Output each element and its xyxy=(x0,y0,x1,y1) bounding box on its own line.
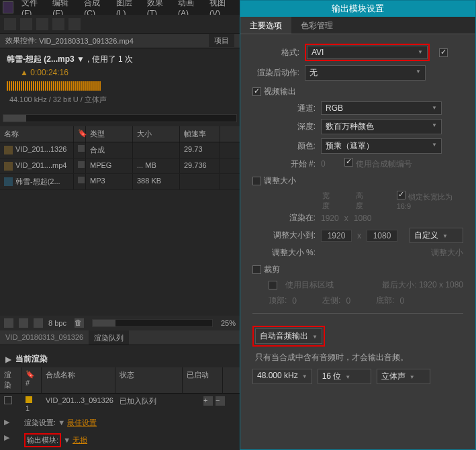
output-module-label: 输出模块: xyxy=(27,436,58,444)
video-output-checkbox[interactable] xyxy=(252,87,261,96)
file-row[interactable]: 韩雪-想起(2... MP3 388 KB xyxy=(0,174,240,190)
use-comp-num-checkbox xyxy=(344,158,353,167)
audio-bit-select[interactable]: 16 位 xyxy=(318,369,371,384)
resize-height-input: 1080 xyxy=(367,230,397,242)
startnum-value: 0 xyxy=(321,159,326,169)
camera-tool-icon[interactable] xyxy=(68,18,81,30)
main-menu: 文件(F) 编辑(E) 合成(C) 图层(L) 效果(T) 动画(A) 视图(V… xyxy=(0,0,240,15)
resize-label: 调整大小 xyxy=(264,175,296,187)
effect-controls-header: 效果控件: VID_20180313_091326.mp4 项目 xyxy=(0,34,240,48)
horizontal-scrollbar[interactable] xyxy=(3,114,237,122)
final-size-label: 最后大小: 1920 x 1080 xyxy=(382,279,463,291)
render-queue-item[interactable]: 1 VID_201...3_091326 已加入队列 +− xyxy=(0,394,240,415)
tab-color-management[interactable]: 色彩管理 xyxy=(291,17,342,34)
render-settings-row: ▶ 渲染设置: ▼ 最佳设置 xyxy=(0,415,240,431)
output-module-link[interactable]: 无损 xyxy=(73,436,87,444)
color-label: 颜色: xyxy=(269,140,316,152)
output-tabs: 主要选项 色彩管理 xyxy=(240,17,475,34)
current-render-label: ▶当前渲染 xyxy=(0,351,240,367)
depth-label: 深度: xyxy=(269,121,316,132)
col-name[interactable]: 名称 xyxy=(0,126,74,142)
fx-file: VID_20180313_091326.mp4 xyxy=(39,37,134,45)
include-project-checkbox[interactable] xyxy=(439,48,448,57)
project-tab[interactable]: 项目 xyxy=(209,34,234,47)
col-fps[interactable]: 帧速率 xyxy=(180,126,220,142)
color-select[interactable]: 预乘（遮罩） xyxy=(321,138,442,154)
col-type[interactable]: 类型 xyxy=(86,126,133,142)
audio-rate-select[interactable]: 48.000 kHz xyxy=(252,369,312,384)
video-output-label: 视频输出 xyxy=(264,86,296,97)
render-at-label: 渲染在: xyxy=(269,212,316,224)
render-enable-checkbox[interactable] xyxy=(4,396,12,404)
file-row[interactable]: VID_201...1326 合成 29.73 xyxy=(0,142,240,159)
output-module-row: ▶ 输出模块: ▼ 无损 xyxy=(0,431,240,450)
project-footer: 8 bpc 🗑 25% xyxy=(0,316,240,330)
format-label: 格式: xyxy=(252,47,299,58)
lower-tabs: VID_20180313_091326 渲染队列 xyxy=(0,330,240,345)
label-header-icon: 🔖 xyxy=(26,370,35,378)
video-icon xyxy=(4,162,13,171)
format-select[interactable]: AVI xyxy=(307,46,428,59)
trash-icon[interactable]: 🗑 xyxy=(75,318,84,328)
audio-icon xyxy=(4,177,13,186)
resize-checkbox[interactable] xyxy=(252,177,261,185)
use-target-area-checkbox xyxy=(269,281,277,289)
folder-icon[interactable] xyxy=(19,318,28,328)
app-logo-icon xyxy=(3,1,13,13)
channel-label: 通道: xyxy=(269,103,316,114)
toolbar xyxy=(0,15,240,34)
startnum-label: 开始 #: xyxy=(269,159,316,170)
fx-label: 效果控件: xyxy=(5,36,37,46)
zoom-level: 25% xyxy=(221,319,236,327)
channel-select[interactable]: RGB xyxy=(321,101,442,115)
dialog-title: 输出模块设置 xyxy=(240,1,475,17)
hand-tool-icon[interactable] xyxy=(20,18,32,30)
depth-select[interactable]: 数百万种颜色 xyxy=(321,119,442,134)
col-label-icon[interactable]: 🔖 xyxy=(74,126,86,142)
audio-hint: 只有当合成中含有音频时，才会输出音频。 xyxy=(255,352,463,363)
post-action-select[interactable]: 无 xyxy=(305,65,426,81)
zoom-tool-icon[interactable] xyxy=(36,18,48,30)
col-size[interactable]: 大小 xyxy=(133,126,180,142)
render-queue-header: 渲染 🔖 # 合成名称 状态 已启动 xyxy=(0,367,240,394)
resize-pct-label: 调整大小 %: xyxy=(269,247,316,259)
rotate-tool-icon[interactable] xyxy=(52,18,64,30)
crop-label: 裁剪 xyxy=(264,264,280,275)
tab-main-options[interactable]: 主要选项 xyxy=(240,17,291,34)
lock-aspect-checkbox xyxy=(397,191,406,199)
item-title-suffix: , 使用了 1 次 xyxy=(87,54,133,65)
crop-checkbox[interactable] xyxy=(252,265,261,274)
bit-depth[interactable]: 8 bpc xyxy=(48,319,66,327)
resize-width-input: 1920 xyxy=(321,230,352,242)
post-action-label: 渲染后动作: xyxy=(252,67,299,79)
tab-composition[interactable]: VID_20180313_091326 xyxy=(0,330,89,345)
project-file-list: 名称 🔖 类型 大小 帧速率 VID_201...1326 合成 29.73 V… xyxy=(0,126,240,316)
item-title: 韩雪-想起 (2...mp3 ▼ xyxy=(7,54,85,65)
file-list-header: 名称 🔖 类型 大小 帧速率 xyxy=(0,126,240,142)
tab-render-queue[interactable]: 渲染队列 xyxy=(89,330,129,345)
render-settings-link[interactable]: 最佳设置 xyxy=(67,418,97,426)
file-row[interactable]: VID_201....mp4 MPEG ... MB 29.736 xyxy=(0,159,240,174)
resize-preset-select: 自定义 xyxy=(410,228,463,243)
audio-metadata: 44.100 kHz / 32 bit U / 立体声 xyxy=(9,95,107,103)
render-settings-label: 渲染设置: xyxy=(24,418,56,426)
comp-icon xyxy=(4,146,13,154)
item-info: 韩雪-想起 (2...mp3 ▼ , 使用了 1 次 ▲ 0:00:24:16 … xyxy=(0,48,240,110)
audio-output-select[interactable]: 自动音频输出 xyxy=(255,328,322,344)
resize-to-label: 调整大小到: xyxy=(269,230,316,241)
add-icon[interactable]: + xyxy=(203,396,213,406)
selection-tool-icon[interactable] xyxy=(4,18,16,30)
audio-channels-select[interactable]: 立体声 xyxy=(377,369,430,384)
waveform-icon xyxy=(7,81,101,91)
item-duration: ▲ 0:00:24:16 xyxy=(20,68,233,77)
new-comp-icon[interactable] xyxy=(34,318,43,328)
interpret-icon[interactable] xyxy=(4,318,13,328)
remove-icon[interactable]: − xyxy=(216,396,225,406)
